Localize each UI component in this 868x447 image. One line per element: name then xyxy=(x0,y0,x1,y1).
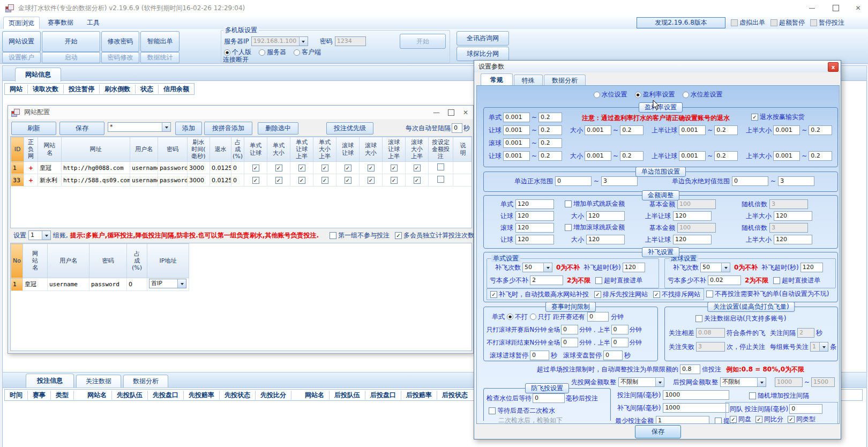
timeout-direct-order-checkbox[interactable]: 超时直接进单 xyxy=(595,276,642,285)
profit-input[interactable]: 0.2 xyxy=(714,125,738,135)
close-icon[interactable]: ✕ xyxy=(848,0,868,16)
tab-analysis[interactable]: 数据分析 xyxy=(544,74,586,86)
loss-limit-input[interactable]: 0.02 xyxy=(708,275,741,285)
data-stats-button[interactable]: 数据统计 xyxy=(140,52,179,63)
profit-input[interactable]: 0.001 xyxy=(679,151,706,161)
refly-times-combo[interactable]: 50 xyxy=(522,263,552,272)
no-excluded-site-checkbox[interactable]: ✓不找排斥网站 xyxy=(653,290,700,299)
watch-interval-input[interactable]: 2 xyxy=(797,328,814,338)
minutes-input[interactable]: 0 xyxy=(611,338,628,347)
random-multiplier-input[interactable]: 3 xyxy=(769,199,808,209)
per-group-watch-combo[interactable]: 1 xyxy=(810,342,828,352)
profit-input[interactable]: 0.001 xyxy=(503,138,530,148)
settings-save-button[interactable]: 保存 xyxy=(635,425,681,438)
dropdown-arrow-icon[interactable] xyxy=(819,342,828,351)
amount-input[interactable]: 120 xyxy=(586,235,625,244)
group-number-combo[interactable]: 1 xyxy=(28,230,51,240)
play-option-checkbox[interactable]: ✓ xyxy=(414,177,421,184)
over-limit-pause-checkbox[interactable]: 超额暂停 xyxy=(770,18,805,27)
profit-input[interactable]: 0.001 xyxy=(679,125,706,135)
play-option-checkbox[interactable]: ✓ xyxy=(275,165,282,172)
no-play-radio[interactable]: ●不打 xyxy=(507,312,528,322)
virtual-order-checkbox[interactable]: 虚拟出单 xyxy=(731,18,765,27)
play-option-checkbox[interactable]: ✓ xyxy=(345,177,351,184)
range-input[interactable]: 0 xyxy=(732,176,768,186)
change-password-button[interactable]: 修改密码 xyxy=(101,31,139,52)
base-amount-input[interactable]: 100 xyxy=(677,223,716,233)
base-amount-input[interactable]: 100 xyxy=(677,199,716,209)
amount-input[interactable]: 120 xyxy=(673,235,712,244)
timeout-direct-order-checkbox[interactable]: 超时直接进单 xyxy=(773,276,820,285)
version-found-button[interactable]: 发现2.19.6.8版本 xyxy=(637,17,725,28)
site-filter-combo[interactable]: * xyxy=(108,122,171,132)
profit-input[interactable]: 0.001 xyxy=(503,151,530,161)
play-option-checkbox[interactable]: ✓ xyxy=(275,177,282,184)
tab-tools[interactable]: 工具 xyxy=(81,17,105,29)
dropdown-arrow-icon[interactable] xyxy=(543,263,552,272)
server-edition-radio[interactable]: 服务器 xyxy=(259,48,286,57)
play-option-checkbox[interactable]: ✓ xyxy=(252,177,259,184)
dropdown-arrow-icon[interactable] xyxy=(299,37,308,46)
profit-input[interactable]: 0.001 xyxy=(773,125,800,135)
profit-input[interactable]: 0.2 xyxy=(809,125,832,135)
bet-priority-button[interactable]: 投注优先级 xyxy=(326,122,373,135)
only-play-radio[interactable]: 只打 xyxy=(530,312,551,322)
recheck-water-checkbox[interactable]: 等待后是否二次检水 xyxy=(489,406,555,415)
profit-input[interactable]: 0.001 xyxy=(503,125,530,135)
table-row[interactable]: 33+新永利http://588.qs09.com/usernamepasswo… xyxy=(11,174,473,187)
tab-site-info[interactable]: 网站信息 xyxy=(15,68,61,81)
profit-input[interactable]: 0.001 xyxy=(773,151,800,161)
play-option-checkbox[interactable]: ✓ xyxy=(414,165,421,172)
min-bet-amount-input[interactable]: 1 xyxy=(656,416,709,424)
tab-match-data[interactable]: 赛事数据 xyxy=(43,17,78,29)
watch-fail-input[interactable]: 3 xyxy=(696,342,725,352)
play-option-checkbox[interactable]: ✓ xyxy=(252,165,259,172)
limit-multiplier-input[interactable]: 0.8 xyxy=(680,364,700,374)
fixed-amount-checkbox[interactable] xyxy=(437,176,444,183)
dropdown-arrow-icon[interactable] xyxy=(162,123,170,131)
minutes-input[interactable]: 0 xyxy=(611,325,628,334)
play-option-checkbox[interactable]: ✓ xyxy=(321,165,328,172)
add-button[interactable]: 添加 xyxy=(175,122,202,135)
range-input[interactable]: 3 xyxy=(601,176,638,186)
pause-betting-checkbox[interactable]: 暂停投注 xyxy=(810,18,844,27)
range-input[interactable]: 0 xyxy=(555,176,592,186)
dialog-close-icon[interactable]: ✕ xyxy=(459,105,472,121)
same-team-interval-input[interactable]: 0 xyxy=(789,404,822,414)
dropdown-arrow-icon[interactable] xyxy=(757,378,766,386)
dialog-minimize-icon[interactable] xyxy=(429,105,443,121)
play-option-checkbox[interactable]: ✓ xyxy=(321,177,328,184)
profit-input[interactable]: 0.2 xyxy=(809,151,832,161)
qiutan-site-button[interactable]: 球探比分网 xyxy=(457,47,509,61)
play-option-checkbox[interactable]: ✓ xyxy=(298,165,305,172)
table-row[interactable]: 1皇冠usernamepassword0 首IP xyxy=(11,278,189,291)
refly-timeout-input[interactable]: 120 xyxy=(800,263,823,272)
first-group-no-bet-checkbox[interactable]: 第一组不参与投注 xyxy=(330,231,390,240)
tab-data-analysis[interactable]: 数据分析 xyxy=(123,375,168,388)
site-settings-button[interactable]: 网站设置 xyxy=(2,31,41,52)
wait-ms-input[interactable]: 0 xyxy=(533,393,565,403)
launch-button[interactable]: 启动 xyxy=(42,52,100,63)
dropdown-arrow-icon[interactable] xyxy=(655,378,664,386)
refly-times-combo[interactable]: 50 xyxy=(700,263,730,272)
delete-selected-button[interactable]: 删除选中 xyxy=(258,122,298,135)
auto-find-high-water-checkbox[interactable]: ✓补飞时，自动找最高水网站补投 xyxy=(490,290,589,299)
tab-page-browse[interactable]: 页面浏览 xyxy=(3,17,40,30)
dropdown-arrow-icon[interactable] xyxy=(177,279,186,288)
play-option-checkbox[interactable]: ✓ xyxy=(368,177,375,184)
auto-login-input[interactable]: 0 xyxy=(452,123,462,133)
first-net-round-combo[interactable]: 不限制 xyxy=(618,377,664,387)
water-diff-mode-radio[interactable]: 水位差设置 xyxy=(683,90,723,99)
second-net-round-combo[interactable]: 不限制 xyxy=(720,377,766,387)
amount-input[interactable]: 120 xyxy=(774,211,812,221)
add-by-pinyin-button[interactable]: 按拼音添加 xyxy=(204,122,252,135)
fixed-amount-checkbox[interactable] xyxy=(437,163,444,170)
profit-input[interactable]: 0.001 xyxy=(585,151,611,161)
same-score-checkbox[interactable]: ✓同比分 xyxy=(755,415,783,424)
tab-watch-data[interactable]: 关注数据 xyxy=(76,375,121,388)
profit-input[interactable]: 0.001 xyxy=(503,113,530,122)
watch-data-start-checkbox[interactable]: 关注数据启动(只支持多账号) xyxy=(695,314,786,323)
password-modify-button[interactable]: 密码修改 xyxy=(101,52,139,63)
amount-input[interactable]: 120 xyxy=(673,211,712,221)
minutes-input[interactable]: 0 xyxy=(561,325,578,334)
